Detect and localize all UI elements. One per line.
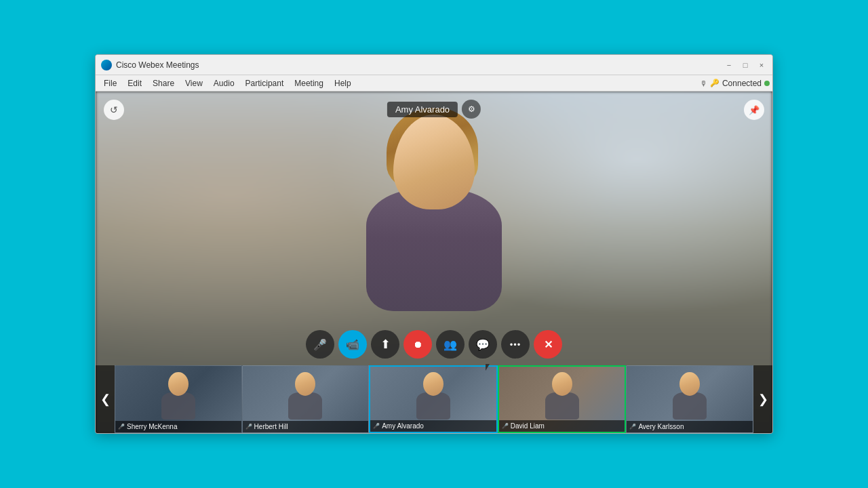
thumb-person-avery	[669, 372, 710, 426]
thumb-head-amy	[423, 372, 443, 396]
menu-bar: File Edit Share View Audio Participant M…	[96, 75, 772, 92]
record-icon: ⏺	[413, 339, 422, 350]
controls-toolbar: 🎤 📹 ⬆ ⏺ 👥 💬 ••• ✕	[306, 330, 562, 359]
record-button[interactable]: ⏺	[403, 330, 432, 359]
thumbnail-list: 🎤 Sherry McKenna 🎤 Herbert Hill	[115, 365, 753, 433]
menu-audio[interactable]: Audio	[208, 77, 240, 89]
end-call-button[interactable]: ✕	[534, 330, 562, 359]
minimize-button[interactable]: −	[724, 60, 734, 70]
menu-share[interactable]: Share	[147, 77, 180, 89]
more-button[interactable]: •••	[501, 330, 530, 359]
thumb-name-amy: Amy Alvarado	[382, 422, 424, 430]
speaker-name-badge: Amy Alvarado	[387, 102, 458, 117]
maximize-button[interactable]: □	[740, 60, 751, 70]
thumb-name-avery: Avery Karlsson	[638, 423, 684, 430]
speaker-label: Amy Alvarado ⚙	[387, 100, 481, 119]
chat-button[interactable]: 💬	[469, 330, 497, 359]
thumbnail-david-liam[interactable]: 🎤 David Liam	[498, 365, 627, 433]
menu-help[interactable]: Help	[329, 77, 357, 89]
thumb-head-sherry	[168, 372, 189, 396]
thumb-label-david: 🎤 David Liam	[499, 420, 625, 432]
pin-icon: 📌	[749, 105, 760, 115]
thumb-label-amy: 🎤 Amy Alvarado	[370, 420, 496, 432]
menu-file[interactable]: File	[98, 77, 122, 89]
thumbnail-herbert-hill[interactable]: 🎤 Herbert Hill	[242, 365, 370, 433]
main-content: ↺ Amy Alvarado ⚙ 📌 🎤 📹 ⬆ ⏺	[96, 92, 772, 433]
thumb-person-herbert	[285, 372, 326, 426]
thumbnail-strip: ❮ 🎤 Sherry McKenna	[96, 365, 772, 433]
thumb-label-avery: 🎤 Avery Karlsson	[627, 421, 753, 432]
thumbnail-amy-alvarado[interactable]: 🎤 Amy Alvarado	[369, 365, 498, 433]
thumb-body-herbert	[288, 392, 322, 420]
thumb-name-herbert: Herbert Hill	[254, 423, 288, 430]
mute-button[interactable]: 🎤	[306, 330, 334, 359]
mic-icon-small: 🎙	[700, 79, 707, 87]
close-button[interactable]: ×	[756, 60, 767, 70]
thumb-label-sherry: 🎤 Sherry McKenna	[115, 421, 241, 432]
app-logo	[101, 60, 112, 70]
share-button[interactable]: ⬆	[371, 330, 399, 359]
thumb-body-david	[545, 392, 579, 420]
video-button[interactable]: 📹	[338, 330, 367, 359]
connection-status: 🎙 🔑 Connected	[700, 79, 770, 88]
key-icon: 🔑	[710, 79, 719, 87]
speaker-settings-icon: ⚙	[468, 104, 475, 114]
pin-button[interactable]: 📌	[744, 100, 764, 120]
app-window: Cisco Webex Meetings − □ × File Edit Sha…	[95, 54, 773, 434]
person-figure	[332, 115, 536, 352]
title-bar: Cisco Webex Meetings − □ ×	[96, 55, 772, 75]
chevron-left-icon: ❮	[100, 392, 111, 407]
rotate-view-button[interactable]: ↺	[104, 100, 124, 120]
thumb-name-david: David Liam	[511, 422, 545, 430]
window-controls: − □ ×	[724, 60, 767, 70]
video-icon: 📹	[346, 338, 359, 351]
thumb-mic-sherry: 🎤	[118, 424, 125, 430]
menu-edit[interactable]: Edit	[122, 77, 147, 89]
connected-dot	[764, 81, 770, 86]
thumb-mic-amy: 🎤	[373, 423, 380, 429]
chat-icon: 💬	[476, 338, 490, 351]
more-icon: •••	[510, 340, 521, 350]
menu-meeting[interactable]: Meeting	[289, 77, 329, 89]
thumb-label-herbert: 🎤 Herbert Hill	[243, 421, 369, 432]
prev-thumbnail-button[interactable]: ❮	[96, 365, 115, 433]
rotate-icon: ↺	[110, 104, 118, 115]
connected-label: Connected	[722, 79, 762, 88]
thumb-body-avery	[673, 392, 707, 420]
thumb-person-david	[542, 372, 583, 426]
thumb-head-david	[552, 372, 572, 396]
window-title: Cisco Webex Meetings	[116, 60, 724, 70]
thumbnail-sherry-mckenna[interactable]: 🎤 Sherry McKenna	[115, 365, 242, 433]
thumbnail-avery-karlsson[interactable]: 🎤 Avery Karlsson	[626, 365, 753, 433]
speaker-settings-button[interactable]: ⚙	[462, 100, 481, 119]
next-thumbnail-button[interactable]: ❯	[753, 365, 772, 433]
thumb-mic-avery: 🎤	[629, 424, 636, 430]
thumb-body-amy	[416, 392, 450, 420]
menu-participant[interactable]: Participant	[240, 77, 290, 89]
chevron-right-icon: ❯	[758, 392, 768, 407]
thumb-mic-herbert: 🎤	[245, 424, 252, 430]
thumb-person-amy	[413, 372, 454, 426]
share-icon: ⬆	[380, 337, 391, 352]
end-call-icon: ✕	[544, 338, 553, 351]
participants-icon: 👥	[443, 338, 457, 351]
thumb-person-sherry	[158, 372, 199, 426]
menu-view[interactable]: View	[180, 77, 208, 89]
thumb-name-sherry: Sherry McKenna	[127, 423, 177, 430]
thumb-head-avery	[679, 372, 700, 396]
participants-button[interactable]: 👥	[436, 330, 465, 359]
thumb-mic-david: 🎤	[502, 423, 509, 429]
thumb-body-sherry	[161, 392, 195, 420]
mute-icon: 🎤	[313, 338, 327, 351]
